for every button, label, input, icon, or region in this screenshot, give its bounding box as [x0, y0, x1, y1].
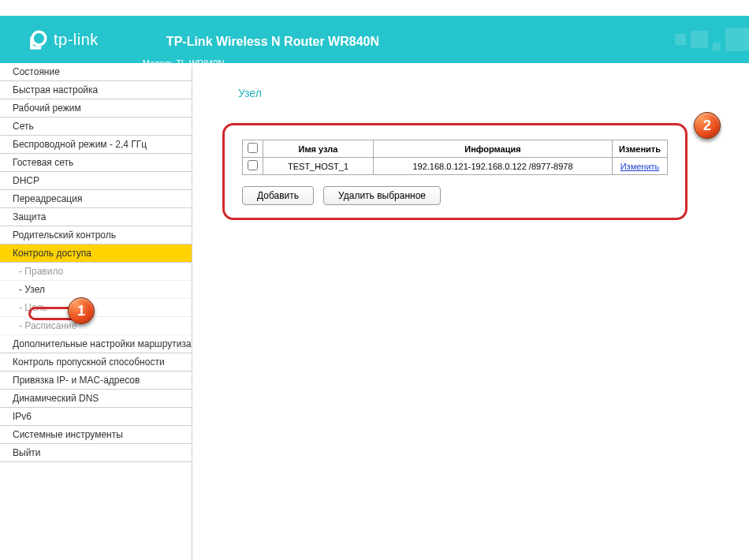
delete-selected-button[interactable]: Удалить выбранное [323, 186, 441, 205]
nav-security[interactable]: Защита [0, 208, 192, 226]
sidebar: Состояние Быстрая настройка Рабочий режи… [0, 63, 192, 560]
header: tp-link TP-Link Wireless N Router WR840N… [0, 16, 749, 63]
nav-routing[interactable]: Дополнительные настройки маршрутизации [0, 335, 192, 353]
nav-dhcp[interactable]: DHCP [0, 172, 192, 190]
host-panel: Имя узла Информация Изменить TEST_HOST_1… [222, 123, 688, 220]
svg-rect-2 [30, 46, 41, 49]
table-row: TEST_HOST_1 192.168.0.121-192.168.0.122 … [243, 158, 668, 175]
row-info: 192.168.0.121-192.168.0.122 /8977-8978 [374, 158, 613, 175]
nav-sub-schedule[interactable]: - Расписание [0, 317, 192, 335]
nav-mode[interactable]: Рабочий режим [0, 99, 192, 118]
nav-bandwidth[interactable]: Контроль пропускной способности [0, 353, 192, 371]
header-decoration [675, 16, 749, 63]
product-title: TP-Link Wireless N Router WR840N [143, 11, 387, 57]
nav-ddns[interactable]: Динамический DNS [0, 390, 192, 408]
col-check [243, 140, 263, 158]
nav-access-control[interactable]: Контроль доступа [0, 245, 192, 263]
logo-icon [27, 28, 49, 50]
nav-logout[interactable]: Выйти [0, 444, 192, 462]
header-title: TP-Link Wireless N Router WR840N Модель … [143, 11, 387, 68]
col-info: Информация [374, 140, 613, 158]
main-content: Узел Имя узла Информация Изменить TEST_H… [192, 63, 749, 560]
nav-system[interactable]: Системные инструменты [0, 426, 192, 444]
check-all[interactable] [248, 143, 258, 153]
nav-guest[interactable]: Гостевая сеть [0, 154, 192, 172]
col-edit: Изменить [613, 140, 668, 158]
svg-point-0 [32, 32, 46, 45]
add-button[interactable]: Добавить [242, 186, 314, 205]
nav-ipmac[interactable]: Привязка IP- и MAC-адресов [0, 371, 192, 390]
nav-quick-setup[interactable]: Быстрая настройка [0, 81, 192, 99]
brand-text: tp-link [54, 31, 99, 49]
page-title: Узел [238, 87, 741, 99]
annotation-badge-1: 1 [68, 297, 95, 324]
col-name: Имя узла [263, 140, 374, 158]
nav-sub-target[interactable]: - Цель [0, 299, 192, 317]
nav-parental[interactable]: Родительский контроль [0, 226, 192, 245]
nav-forwarding[interactable]: Переадресация [0, 190, 192, 208]
nav-network[interactable]: Сеть [0, 118, 192, 136]
hosts-table: Имя узла Информация Изменить TEST_HOST_1… [242, 140, 668, 175]
edit-link[interactable]: Изменить [620, 162, 660, 171]
row-name: TEST_HOST_1 [263, 158, 374, 175]
nav-ipv6[interactable]: IPv6 [0, 408, 192, 426]
row-check[interactable] [248, 160, 258, 170]
nav-sub-rule[interactable]: - Правило [0, 263, 192, 281]
logo: tp-link [27, 28, 99, 50]
nav-sub-host[interactable]: - Узел [0, 281, 192, 299]
nav-wireless[interactable]: Беспроводной режим - 2,4 ГГц [0, 136, 192, 154]
annotation-badge-2: 2 [694, 112, 721, 139]
